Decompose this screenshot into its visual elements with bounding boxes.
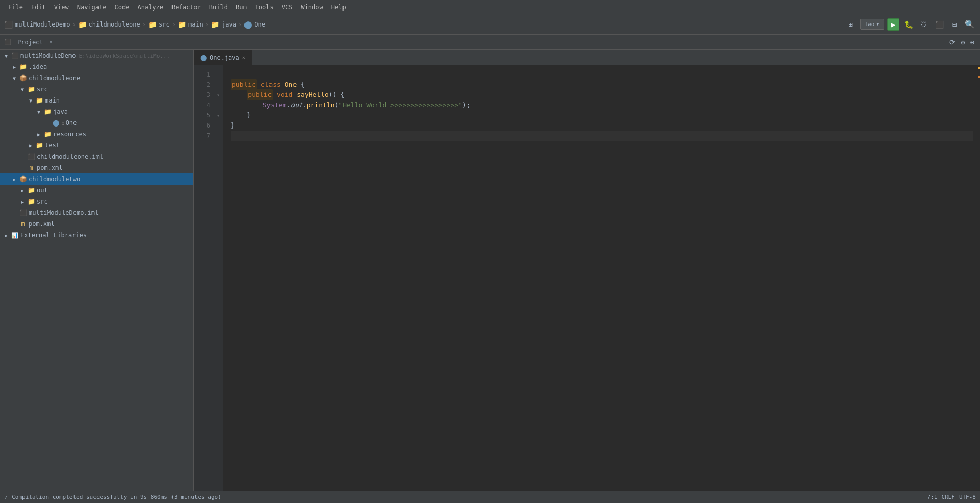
breadcrumb-one[interactable]: One [254,21,265,28]
keyword-class-2: class [261,80,281,90]
folder-icon-resources: 📁 [43,131,52,138]
tree-item-resources[interactable]: ▶ 📁 resources [0,129,193,140]
tree-item-out[interactable]: ▶ 📁 out [0,185,193,196]
expand-arrow-src2: ▶ [18,199,27,205]
project-tab-dropdown[interactable]: ▾ [50,39,53,45]
expand-arrow-multimoduledemo: ▼ [2,53,10,59]
keyword-void-3: void [277,90,292,100]
run-config-label: Two [865,21,875,28]
menu-file[interactable]: File [4,3,27,12]
menu-help[interactable]: Help [327,3,350,12]
tree-item-multimoduledemo-iml[interactable]: ▶ ⬛ multiModuleDemo.iml [0,207,193,218]
layout-button[interactable]: ⊟ [948,18,961,31]
menu-window[interactable]: Window [297,3,327,12]
status-encoding[interactable]: UTF-8 [959,494,976,500]
tree-label-external-libraries: External Libraries [19,232,87,239]
menu-run[interactable]: Run [232,3,251,12]
menu-view[interactable]: View [50,3,73,12]
tree-item-src1[interactable]: ▼ 📁 src [0,84,193,95]
tree-item-idea[interactable]: ▶ 📁 .idea [0,61,193,72]
code-editor[interactable]: public class One { public void sayHello [223,65,973,491]
line-num-1: 1 [194,69,214,80]
tree-label-idea: .idea [28,63,47,70]
fold-indicator-3[interactable]: ▾ [214,90,223,100]
expand-arrow-src1: ▼ [18,87,27,92]
coverage-button[interactable]: 🛡 [918,18,930,31]
project-tabbar: ⬛ Project ▾ ⟳ ⚙ ⊖ [0,35,980,50]
main-content: ▼ ⬛ multiModuleDemo E:\ideaWorkSpace\mul… [0,50,980,491]
collapse-icon[interactable]: ⊖ [969,38,976,46]
expand-arrow-java1: ▼ [35,109,43,115]
tree-item-pom2[interactable]: ▶ m pom.xml [0,218,193,230]
menu-edit[interactable]: Edit [27,3,50,12]
module-icon-childmoduletwo: 📦 [18,175,28,183]
tree-item-java1[interactable]: ▼ 📁 java [0,106,193,117]
module-icon: ⬛ [4,20,13,29]
code-line-2: public class One { [231,80,973,90]
fold-6 [214,120,223,131]
tree-item-src2[interactable]: ▶ 📁 src [0,196,193,207]
tree-item-multimoduledemo[interactable]: ▼ ⬛ multiModuleDemo E:\ideaWorkSpace\mul… [0,50,193,61]
tree-item-pom1[interactable]: ▶ m pom.xml [0,162,193,173]
tree-label-pom2: pom.xml [28,220,55,228]
debug-button[interactable]: 🐛 [902,18,915,31]
tab-close-button[interactable]: ✕ [242,55,246,60]
sync-icon[interactable]: ⟳ [948,38,957,46]
menu-build[interactable]: Build [205,3,232,12]
status-message: Compilation completed successfully in 9s… [12,494,222,500]
status-line-sep[interactable]: CRLF [941,494,955,500]
tree-item-childmoduleone[interactable]: ▼ 📦 childmoduleone [0,72,193,84]
tree-label-src1: src [36,86,48,93]
fold-indicator-5[interactable]: ▾ [214,110,223,120]
project-tab[interactable]: Project [13,39,47,46]
breadcrumb-java[interactable]: java [222,21,236,28]
breadcrumb-src[interactable]: src [159,21,170,28]
tree-label-src2: src [36,198,48,205]
tree-item-childmoduleone-iml[interactable]: ▶ ⬛ childmoduleone.iml [0,151,193,162]
breadcrumb-childmoduleone[interactable]: childmoduleone [89,21,140,28]
fold-1 [214,69,223,80]
menu-analyze[interactable]: Analyze [133,3,167,12]
class-icon-breadcrumb: ⬤ [244,20,252,29]
line-num-4: 4 [194,100,214,110]
menu-navigate[interactable]: Navigate [73,3,111,12]
menu-vcs[interactable]: VCS [278,3,297,12]
settings-icon[interactable]: ⚙ [959,38,966,46]
code-line-1 [231,69,973,80]
fold-gutter: ▾ ▾ [214,65,223,491]
tree-label-childmoduleone-iml: childmoduleone.iml [36,153,103,160]
gutter-warning-marker [978,67,980,69]
editor-main: 1 2 3 4 5 6 7 ▾ ▾ [194,65,980,491]
java-file-icon: ⬤ [200,54,207,61]
classname-one: One [285,80,297,90]
breadcrumb-main[interactable]: main [188,21,203,28]
libs-icon: 📊 [10,232,19,239]
search-button[interactable]: 🔍 [964,18,976,31]
tree-label-test: test [44,142,60,149]
code-line-5: } [231,110,973,120]
run-button[interactable]: ▶ [887,18,899,31]
editor-tab-onejava[interactable]: ⬤ One.java ✕ [194,50,252,65]
fold-7 [214,131,223,141]
tree-label-multimoduledemo-iml: multiModuleDemo.iml [28,209,99,216]
dropdown-arrow-icon: ▾ [876,21,879,28]
breadcrumb-multimodule[interactable]: multiModuleDemo [15,21,70,28]
project-tree: ▼ ⬛ multiModuleDemo E:\ideaWorkSpace\mul… [0,50,194,491]
tree-item-test[interactable]: ▶ 📁 test [0,140,193,151]
expand-arrow-external: ▶ [2,233,10,238]
tree-item-main1[interactable]: ▼ 📁 main [0,95,193,106]
menu-tools[interactable]: Tools [251,3,278,12]
tree-item-childmoduletwo[interactable]: ▶ 📦 childmoduletwo [0,173,193,185]
folder-icon-3: 📁 [178,20,186,29]
expand-arrow-childmoduleone: ▼ [10,76,18,81]
expand-arrow-out: ▶ [18,188,27,193]
status-position[interactable]: 7:1 [927,494,938,500]
project-icon: ⬛ [4,39,11,45]
tree-item-one[interactable]: ▶ ⬤ b One [0,117,193,129]
stop-button[interactable]: ⬛ [933,18,945,31]
menu-code[interactable]: Code [111,3,134,12]
columns-icon[interactable]: ⊞ [845,18,857,31]
tree-item-external-libraries[interactable]: ▶ 📊 External Libraries [0,230,193,241]
run-config-dropdown[interactable]: Two ▾ [860,19,885,30]
menu-refactor[interactable]: Refactor [167,3,205,12]
